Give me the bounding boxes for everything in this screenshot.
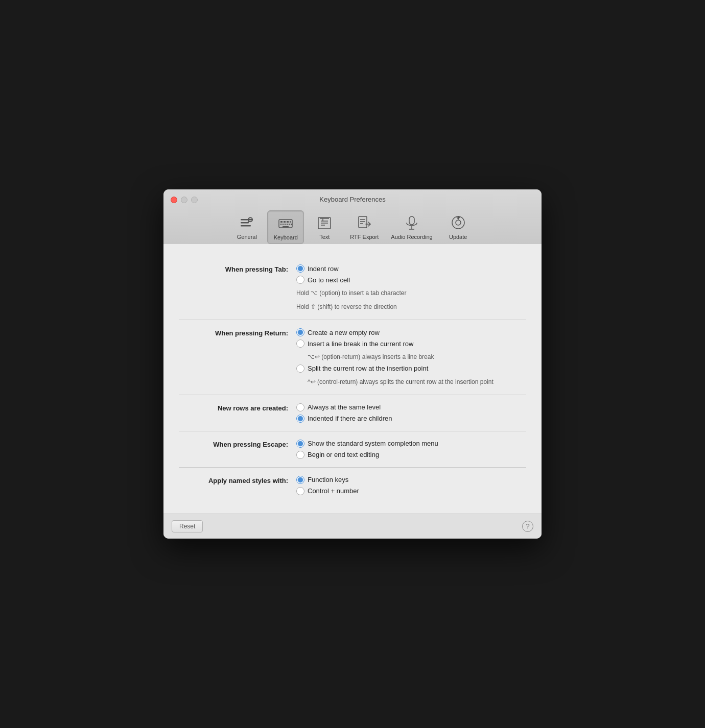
- radio-nextcell-row[interactable]: Go to next cell: [296, 276, 406, 284]
- radio-indent-row[interactable]: Indent row: [296, 264, 406, 273]
- radio-newrow[interactable]: [296, 328, 304, 336]
- radio-samelevel[interactable]: [296, 403, 304, 411]
- rtfexport-icon: [355, 213, 373, 232]
- window-title: Keyboard Preferences: [172, 196, 533, 203]
- toolbar-item-audiorecording[interactable]: Audio Recording: [386, 210, 437, 244]
- radio-completion-row[interactable]: Show the standard system completion menu: [296, 440, 438, 448]
- section-tab-label: When pressing Tab:: [179, 264, 296, 273]
- radio-functionkeys-label: Function keys: [308, 476, 348, 483]
- tab-hint-1: Hold ⌥ (option) to insert a tab characte…: [296, 289, 406, 298]
- radio-linebreak-label: Insert a line break in the current row: [308, 340, 413, 348]
- radio-newrow-row[interactable]: Create a new empty row: [296, 328, 494, 336]
- svg-rect-0: [241, 219, 253, 221]
- section-styles: Apply named styles with: Function keys C…: [179, 468, 526, 503]
- section-tab-options: Indent row Go to next cell Hold ⌥ (optio…: [296, 264, 406, 311]
- radio-controlnumber[interactable]: [296, 487, 304, 495]
- radio-samelevel-label: Always at the same level: [308, 403, 381, 411]
- radio-textedit-label: Begin or end text editing: [308, 451, 379, 458]
- toolbar-label-general: General: [237, 234, 257, 240]
- toolbar-label-text: Text: [319, 234, 330, 240]
- section-escape-row: When pressing Escape: Show the standard …: [179, 440, 526, 459]
- update-icon: [449, 213, 467, 232]
- svg-rect-15: [291, 224, 292, 225]
- radio-linebreak[interactable]: [296, 339, 304, 348]
- svg-point-31: [456, 220, 461, 225]
- toolbar-item-text[interactable]: Text: [306, 210, 343, 244]
- radio-indent[interactable]: [296, 264, 304, 273]
- svg-rect-12: [285, 224, 286, 225]
- section-return-label: When pressing Return:: [179, 328, 296, 337]
- radio-controlnumber-row[interactable]: Control + number: [296, 487, 359, 495]
- radio-samelevel-row[interactable]: Always at the same level: [296, 403, 392, 411]
- radio-completion-label: Show the standard system completion menu: [308, 440, 438, 447]
- footer: Reset ?: [163, 514, 542, 539]
- svg-rect-14: [289, 224, 290, 225]
- text-icon: [315, 213, 334, 232]
- radio-completion[interactable]: [296, 440, 304, 448]
- help-button[interactable]: ?: [522, 521, 533, 532]
- radio-textedit-row[interactable]: Begin or end text editing: [296, 451, 438, 459]
- general-icon: [238, 213, 256, 232]
- svg-rect-6: [280, 221, 283, 223]
- radio-controlnumber-label: Control + number: [308, 487, 359, 495]
- minimize-button[interactable]: [181, 197, 187, 203]
- toolbar-item-general[interactable]: General: [228, 210, 265, 244]
- section-styles-options: Function keys Control + number: [296, 476, 359, 495]
- section-tab-row: When pressing Tab: Indent row Go to next…: [179, 264, 526, 311]
- preferences-window: Keyboard Preferences General: [163, 189, 542, 538]
- section-newrows-label: New rows are created:: [179, 403, 296, 412]
- return-hint-2: ^↩ (control-return) always splits the cu…: [308, 378, 494, 386]
- section-escape: When pressing Escape: Show the standard …: [179, 431, 526, 468]
- radio-splitrow-label: Split the current row at the insertion p…: [308, 365, 428, 372]
- toolbar-item-update[interactable]: Update: [440, 210, 477, 244]
- radio-splitrow-row[interactable]: Split the current row at the insertion p…: [296, 365, 494, 373]
- radio-linebreak-row[interactable]: Insert a line break in the current row: [296, 339, 494, 348]
- section-styles-row: Apply named styles with: Function keys C…: [179, 476, 526, 495]
- radio-textedit[interactable]: [296, 451, 304, 459]
- toolbar-item-keyboard[interactable]: Keyboard: [267, 210, 304, 244]
- radio-functionkeys-row[interactable]: Function keys: [296, 476, 359, 484]
- toolbar-label-keyboard: Keyboard: [274, 234, 298, 240]
- section-escape-options: Show the standard system completion menu…: [296, 440, 438, 459]
- section-return-row: When pressing Return: Create a new empty…: [179, 328, 526, 386]
- radio-newrow-label: Create a new empty row: [308, 329, 380, 336]
- svg-rect-2: [241, 225, 251, 227]
- radio-nextcell-label: Go to next cell: [308, 276, 350, 284]
- section-styles-label: Apply named styles with:: [179, 476, 296, 484]
- radio-splitrow[interactable]: [296, 365, 304, 373]
- section-tab: When pressing Tab: Indent row Go to next…: [179, 256, 526, 320]
- maximize-button[interactable]: [191, 197, 198, 203]
- svg-rect-16: [283, 226, 289, 228]
- toolbar: General: [172, 207, 533, 244]
- radio-indented-row[interactable]: Indented if there are children: [296, 415, 392, 423]
- return-hint-1: ⌥↩ (option-return) always inserts a line…: [308, 353, 494, 361]
- section-escape-label: When pressing Escape:: [179, 440, 296, 448]
- content-area: When pressing Tab: Indent row Go to next…: [163, 244, 542, 513]
- section-newrows-options: Always at the same level Indented if the…: [296, 403, 392, 423]
- svg-rect-8: [287, 221, 289, 223]
- svg-rect-7: [284, 221, 286, 223]
- section-return-options: Create a new empty row Insert a line bre…: [296, 328, 494, 386]
- radio-functionkeys[interactable]: [296, 476, 304, 484]
- radio-indented[interactable]: [296, 415, 304, 423]
- toolbar-label-audiorecording: Audio Recording: [391, 234, 432, 240]
- svg-rect-27: [409, 216, 414, 225]
- radio-nextcell[interactable]: [296, 276, 304, 284]
- reset-button[interactable]: Reset: [172, 520, 203, 532]
- toolbar-label-rtfexport: RTF Export: [350, 234, 379, 240]
- section-newrows-row: New rows are created: Always at the same…: [179, 403, 526, 423]
- tab-hint-2: Hold ⇧ (shift) to reverse the direction: [296, 303, 406, 311]
- toolbar-item-rtfexport[interactable]: RTF Export: [345, 210, 384, 244]
- radio-indent-label: Indent row: [308, 265, 339, 273]
- keyboard-icon: [276, 214, 295, 232]
- svg-rect-9: [290, 221, 291, 223]
- microphone-icon: [403, 213, 421, 232]
- radio-indented-label: Indented if there are children: [308, 415, 392, 422]
- traffic-lights: [171, 197, 198, 203]
- svg-rect-11: [283, 224, 284, 225]
- svg-rect-23: [359, 216, 367, 228]
- svg-rect-13: [287, 224, 288, 225]
- close-button[interactable]: [171, 197, 177, 203]
- section-newrows: New rows are created: Always at the same…: [179, 395, 526, 431]
- svg-rect-10: [280, 224, 281, 225]
